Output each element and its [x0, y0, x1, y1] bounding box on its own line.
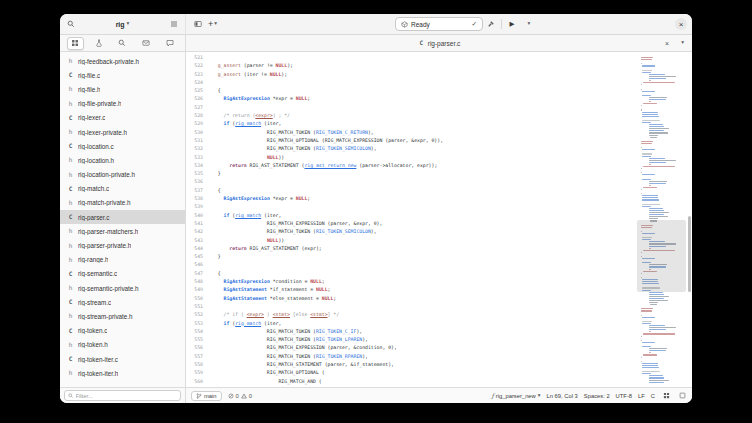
file-name: rig-token.c: [78, 327, 107, 334]
file-type-icon: C: [67, 356, 74, 362]
diagnostics-button[interactable]: 0 0: [228, 393, 252, 399]
file-name: rig-location.c: [78, 143, 114, 150]
error-icon: [228, 393, 234, 399]
file-list: hrig-feedback-private.hCrig-file.chrig-f…: [60, 54, 185, 380]
chat-panel-button[interactable]: [161, 37, 178, 50]
file-name: rig-match-private.h: [78, 199, 131, 206]
cursor-position-button[interactable]: Ln 69, Col 3: [547, 393, 578, 399]
code-area[interactable]: g_assert (parser != NULL); g_assert (ite…: [207, 52, 692, 387]
file-row[interactable]: Crig-token-iter.c: [60, 352, 185, 366]
file-row[interactable]: hrig-parser-matchers.h: [60, 224, 185, 238]
tab-close-button[interactable]: ×: [665, 40, 669, 47]
minimap-viewport[interactable]: [637, 220, 686, 292]
file-row[interactable]: Crig-match.c: [60, 182, 185, 196]
file-type-icon: h: [67, 370, 74, 376]
file-type-icon: h: [67, 86, 74, 92]
play-icon: ▶: [510, 21, 515, 28]
file-row[interactable]: Crig-parser.c: [60, 210, 185, 224]
menu-button[interactable]: [167, 17, 181, 31]
branch-button[interactable]: main: [191, 391, 222, 401]
file-type-icon: h: [67, 129, 74, 135]
mail-panel-button[interactable]: [138, 37, 155, 50]
file-row[interactable]: hrig-location.h: [60, 153, 185, 167]
file-row[interactable]: hrig-stream-private.h: [60, 309, 185, 323]
scrollbar-thumb[interactable]: [688, 216, 691, 292]
file-name: rig-token-iter.h: [78, 370, 118, 377]
file-row[interactable]: Crig-file.c: [60, 68, 185, 82]
new-tab-button[interactable]: + ▾: [208, 20, 217, 29]
file-name: rig-file-private.h: [78, 100, 121, 107]
file-row[interactable]: hrig-location-private.h: [60, 168, 185, 182]
file-name: rig-lexer.c: [78, 114, 105, 121]
editor-scrollbar[interactable]: [687, 55, 691, 384]
chevron-down-icon: ▾: [127, 21, 130, 27]
window-close-button[interactable]: ×: [675, 18, 687, 30]
file-type-icon: h: [67, 243, 74, 249]
project-title: rig: [116, 21, 125, 28]
file-name: rig-range.h: [78, 256, 108, 263]
search-icon: [68, 393, 74, 399]
divider: [501, 19, 502, 29]
file-row[interactable]: hrig-file-private.h: [60, 97, 185, 111]
file-type-icon: C: [67, 72, 74, 78]
tab-options-button[interactable]: ▾: [681, 40, 684, 46]
build-status-button[interactable]: Ready ✓: [395, 17, 483, 31]
tab-rig-parser[interactable]: C rig-parser.c: [418, 40, 461, 47]
run-button[interactable]: ▶: [505, 17, 519, 31]
file-row[interactable]: hrig-parser-private.h: [60, 238, 185, 252]
file-row[interactable]: hrig-token-iter.h: [60, 366, 185, 380]
run-options-button[interactable]: ▾: [522, 17, 536, 31]
tests-panel-button[interactable]: [90, 37, 107, 50]
chevron-down-icon: ▾: [214, 21, 217, 27]
file-type-icon: h: [67, 228, 74, 234]
chevron-down-icon: ▾: [538, 393, 541, 399]
files-panel-button[interactable]: [67, 37, 84, 50]
file-row[interactable]: hrig-semantic-private.h: [60, 281, 185, 295]
symbol-path-button[interactable]: ƒ rig_parser_new ▾: [492, 393, 541, 399]
chat-icon: [166, 39, 174, 47]
search-panel-button[interactable]: [114, 37, 131, 50]
file-name: rig-token-iter.c: [78, 356, 118, 363]
global-search-button[interactable]: [64, 17, 78, 31]
filter-input[interactable]: [76, 393, 178, 399]
indent-setting-button[interactable]: Spaces: 2: [584, 393, 610, 399]
bottom-panel-button[interactable]: [677, 391, 687, 401]
file-row[interactable]: hrig-file.h: [60, 82, 185, 96]
encoding-button[interactable]: UTF-8: [616, 393, 632, 399]
project-menu-button[interactable]: rig ▾: [80, 21, 165, 28]
file-name: rig-semantic.c: [78, 270, 117, 277]
panel-toggle-button[interactable]: [191, 17, 205, 31]
line-ending-button[interactable]: LF: [638, 393, 645, 399]
file-row[interactable]: hrig-feedback-private.h: [60, 54, 185, 68]
layout-button[interactable]: [661, 391, 671, 401]
file-row[interactable]: Crig-token.c: [60, 324, 185, 338]
window-body: hrig-feedback-private.hCrig-file.chrig-f…: [60, 52, 692, 387]
file-row[interactable]: hrig-token.h: [60, 338, 185, 352]
file-row[interactable]: Crig-stream.c: [60, 295, 185, 309]
file-type-icon: h: [67, 157, 74, 163]
build-button[interactable]: [484, 17, 498, 31]
language-button[interactable]: C: [651, 393, 655, 399]
file-name: rig-location.h: [78, 157, 114, 164]
file-row[interactable]: hrig-match-private.h: [60, 196, 185, 210]
file-row[interactable]: hrig-lexer-private.h: [60, 125, 185, 139]
file-type-icon: C: [67, 214, 74, 220]
build-cube-icon: [401, 21, 408, 28]
file-type-icon: C: [67, 143, 74, 149]
file-name: rig-file.c: [78, 72, 100, 79]
file-type-icon: h: [67, 200, 74, 206]
sidebar-header: rig ▾: [60, 14, 186, 34]
build-status-label: Ready: [411, 21, 430, 28]
file-row[interactable]: Crig-semantic.c: [60, 267, 185, 281]
current-symbol: rig_parser_new: [496, 393, 536, 399]
file-row[interactable]: hrig-range.h: [60, 253, 185, 267]
hammer-icon: [487, 20, 495, 28]
file-row[interactable]: Crig-lexer.c: [60, 111, 185, 125]
file-type-icon: h: [67, 58, 74, 64]
code-lines: g_assert (parser != NULL); g_assert (ite…: [212, 54, 692, 386]
minimap[interactable]: [640, 55, 682, 384]
subbar: C rig-parser.c × ▾: [60, 35, 692, 52]
file-type-icon: h: [67, 342, 74, 348]
line-number-gutter[interactable]: 5215225235245255265275285295305315325335…: [186, 52, 207, 387]
file-row[interactable]: Crig-location.c: [60, 139, 185, 153]
